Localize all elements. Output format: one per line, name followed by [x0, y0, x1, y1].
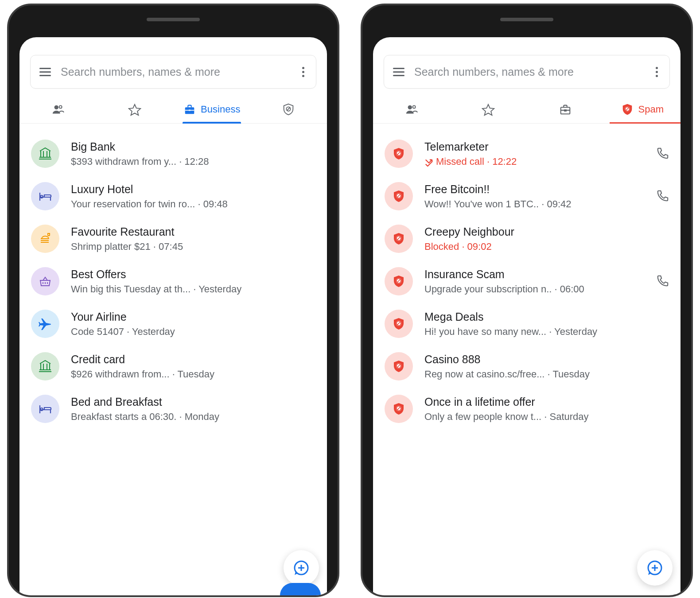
- list-item-main: Creepy NeighbourBlocked · 09:02: [424, 225, 669, 252]
- list-item-main: TelemarketerMissed call · 12:22: [424, 140, 644, 167]
- list-item-main: Once in a lifetime offerOnly a few peopl…: [424, 396, 669, 423]
- list-item[interactable]: Credit card$926 withdrawn from... · Tues…: [19, 345, 327, 388]
- tab-favorites[interactable]: [450, 96, 527, 123]
- menu-icon[interactable]: [39, 68, 51, 76]
- call-icon[interactable]: [656, 189, 669, 204]
- tab-business[interactable]: Business: [173, 96, 250, 123]
- missed-call-icon: [424, 158, 433, 167]
- basket-icon: [31, 267, 59, 295]
- tab-contacts[interactable]: [19, 96, 97, 123]
- fab-new-chat[interactable]: [637, 550, 673, 586]
- list-item[interactable]: Mega DealsHi! you have so many new... · …: [373, 303, 681, 345]
- list-item-main: Free Bitcoin!!Wow!! You've won 1 BTC.. ·…: [424, 183, 644, 210]
- list-item-subtitle: Wow!! You've won 1 BTC.. · 09:42: [424, 198, 644, 210]
- list-item-title: Telemarketer: [424, 140, 644, 153]
- list-item[interactable]: Creepy NeighbourBlocked · 09:02: [373, 217, 681, 260]
- search-placeholder: Search numbers, names & more: [61, 66, 290, 78]
- food-icon: [31, 225, 59, 253]
- list-item-subtitle: Shrimp platter $21 · 07:45: [71, 241, 315, 252]
- list-item-subtitle: Breakfast starts a 06:30. · Monday: [71, 411, 315, 423]
- list-item-subtitle: Hi! you have so many new... · Yesterday: [424, 326, 669, 338]
- list-item-subtitle: Your reservation for twin ro... · 09:48: [71, 198, 315, 210]
- screen: Search numbers, names & more Spam Telema…: [373, 37, 681, 597]
- list-item-title: Creepy Neighbour: [424, 225, 669, 238]
- list-item[interactable]: Insurance ScamUpgrade your subscription …: [373, 260, 681, 303]
- list-item-subtitle: Missed call · 12:22: [424, 156, 644, 167]
- list-item[interactable]: TelemarketerMissed call · 12:22: [373, 132, 681, 175]
- list-item-main: Mega DealsHi! you have so many new... · …: [424, 311, 669, 338]
- list-item-title: Favourite Restaurant: [71, 225, 315, 238]
- plane-icon: [31, 310, 59, 338]
- search-bar[interactable]: Search numbers, names & more: [384, 55, 670, 89]
- list-item-main: Casino 888Reg now at casino.sc/free... ·…: [424, 353, 669, 380]
- call-icon[interactable]: [656, 274, 669, 289]
- list-item[interactable]: Best OffersWin big this Tuesday at th...…: [19, 260, 327, 303]
- tab-business[interactable]: [527, 96, 604, 123]
- list-item-title: Luxury Hotel: [71, 183, 315, 196]
- list-item-subtitle: $393 withdrawn from y... · 12:28: [71, 156, 315, 167]
- search-bar[interactable]: Search numbers, names & more: [30, 55, 316, 89]
- list-item[interactable]: Favourite RestaurantShrimp platter $21 ·…: [19, 217, 327, 260]
- spam-shield-icon: [385, 395, 413, 423]
- spam-shield-icon: [385, 225, 413, 253]
- list-item[interactable]: Luxury HotelYour reservation for twin ro…: [19, 175, 327, 217]
- list-item-main: Luxury HotelYour reservation for twin ro…: [71, 183, 315, 210]
- list-item-title: Mega Deals: [424, 311, 669, 323]
- list-item-title: Credit card: [71, 353, 315, 366]
- list-item[interactable]: Free Bitcoin!!Wow!! You've won 1 BTC.. ·…: [373, 175, 681, 217]
- list-item-title: Insurance Scam: [424, 268, 644, 281]
- spam-shield-icon: [385, 182, 413, 210]
- tab-spam-label: Spam: [638, 104, 664, 115]
- search-placeholder: Search numbers, names & more: [414, 66, 643, 78]
- list-item-main: Credit card$926 withdrawn from... · Tues…: [71, 353, 315, 380]
- spam-shield-icon: [385, 140, 413, 168]
- list-item-title: Your Airline: [71, 311, 315, 323]
- spam-list: TelemarketerMissed call · 12:22Free Bitc…: [373, 124, 681, 430]
- phone-spam: Search numbers, names & more Spam Telema…: [361, 4, 693, 597]
- list-item[interactable]: Bed and BreakfastBreakfast starts a 06:3…: [19, 388, 327, 430]
- tabs: Business: [19, 96, 327, 124]
- tab-spam[interactable]: Spam: [604, 96, 681, 123]
- dialer-fab-peek[interactable]: [280, 583, 321, 595]
- phone-business: Search numbers, names & more Business Bi…: [7, 4, 339, 597]
- fab-new-chat[interactable]: [284, 550, 319, 586]
- tab-business-label: Business: [201, 104, 240, 115]
- bed-icon: [31, 182, 59, 210]
- list-item-title: Once in a lifetime offer: [424, 396, 669, 408]
- tab-favorites[interactable]: [97, 96, 174, 123]
- list-item[interactable]: Casino 888Reg now at casino.sc/free... ·…: [373, 345, 681, 388]
- list-item-subtitle: Upgrade your subscription n.. · 06:00: [424, 283, 644, 295]
- tab-contacts[interactable]: [373, 96, 450, 123]
- list-item-title: Bed and Breakfast: [71, 396, 315, 408]
- spam-shield-icon: [385, 267, 413, 295]
- list-item[interactable]: Once in a lifetime offerOnly a few peopl…: [373, 388, 681, 430]
- bed-icon: [31, 395, 59, 423]
- screen: Search numbers, names & more Business Bi…: [19, 37, 327, 597]
- list-item-title: Best Offers: [71, 268, 315, 281]
- bank-icon: [31, 352, 59, 381]
- list-item-title: Casino 888: [424, 353, 669, 366]
- list-item-subtitle: Blocked · 09:02: [424, 241, 669, 252]
- list-item-subtitle: Code 51407 · Yesterday: [71, 326, 315, 338]
- bank-icon: [31, 140, 59, 168]
- tab-spam[interactable]: [250, 96, 327, 123]
- list-item-subtitle: $926 withdrawn from... · Tuesday: [71, 369, 315, 380]
- list-item-subtitle: Only a few people know t... · Saturday: [424, 411, 669, 423]
- menu-icon[interactable]: [393, 68, 404, 76]
- list-item[interactable]: Your AirlineCode 51407 · Yesterday: [19, 303, 327, 345]
- list-item-main: Best OffersWin big this Tuesday at th...…: [71, 268, 315, 295]
- spam-shield-icon: [385, 310, 413, 338]
- tabs: Spam: [373, 96, 681, 124]
- list-item-main: Bed and BreakfastBreakfast starts a 06:3…: [71, 396, 315, 423]
- call-icon[interactable]: [656, 146, 669, 161]
- list-item-subtitle: Win big this Tuesday at th... · Yesterda…: [71, 283, 315, 295]
- list-item-title: Free Bitcoin!!: [424, 183, 644, 196]
- list-item-subtitle: Reg now at casino.sc/free... · Tuesday: [424, 369, 669, 380]
- spam-shield-icon: [385, 352, 413, 381]
- list-item-title: Big Bank: [71, 140, 315, 153]
- list-item[interactable]: Big Bank$393 withdrawn from y... · 12:28: [19, 132, 327, 175]
- more-icon[interactable]: [299, 64, 307, 80]
- more-icon[interactable]: [653, 64, 661, 80]
- business-list: Big Bank$393 withdrawn from y... · 12:28…: [19, 124, 327, 430]
- list-item-main: Favourite RestaurantShrimp platter $21 ·…: [71, 225, 315, 252]
